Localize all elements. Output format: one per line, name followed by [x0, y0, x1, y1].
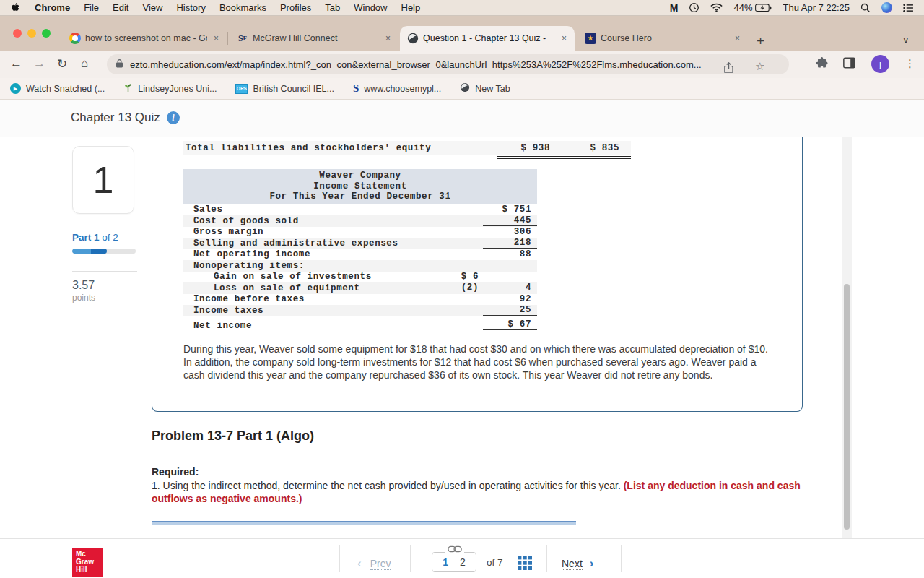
question-number-card[interactable]: 1 — [72, 146, 134, 214]
menu-item-edit[interactable]: Edit — [113, 2, 128, 13]
macos-menu-bar: Chrome File Edit View History Bookmarks … — [0, 0, 924, 16]
extensions-puzzle-icon[interactable] — [816, 57, 828, 72]
new-tab-button[interactable]: + — [757, 33, 764, 49]
problem-title: Problem 13-7 Part 1 (Algo) — [152, 428, 314, 444]
menu-item-history[interactable]: History — [176, 2, 205, 13]
apple-icon[interactable] — [12, 2, 21, 13]
tab-course-hero[interactable]: ★ Course Hero × — [578, 26, 748, 51]
page-selector[interactable]: 1 2 — [432, 552, 476, 572]
close-tab-icon[interactable]: × — [383, 33, 393, 43]
statement-period: For This Year Ended December 31 — [183, 191, 537, 202]
current-page[interactable]: 1 — [443, 556, 448, 568]
tab-google-search[interactable]: how to screenshot on mac - Go × — [62, 26, 227, 51]
income-statement-table: Weaver Company Income Statement For This… — [183, 169, 537, 332]
next-label: Next — [562, 558, 583, 570]
total-row-year1: $ 938 — [484, 143, 550, 153]
mcgraw-hill-logo: Mc Graw Hill — [72, 548, 103, 577]
play-icon: ▶ — [10, 83, 21, 94]
progress-fill — [72, 249, 107, 254]
tab-search-chevron-icon[interactable]: ∨ — [902, 35, 910, 46]
globe-icon — [460, 82, 470, 95]
bookmark-watch-snatched[interactable]: ▶ Watch Snatched (... — [10, 83, 105, 94]
table-row: Income taxes 25 — [183, 305, 537, 316]
share-icon[interactable] — [724, 62, 733, 76]
menu-item-help[interactable]: Help — [401, 2, 421, 13]
close-window-button[interactable] — [13, 29, 22, 38]
wifi-icon[interactable] — [710, 3, 723, 12]
table-row: Selling and administrative expenses 218 — [183, 238, 537, 249]
scrollbar-track[interactable] — [842, 137, 852, 538]
question-map-grid-icon[interactable] — [518, 556, 532, 573]
zoom-window-button[interactable] — [42, 29, 51, 38]
quiz-title-group: Chapter 13 Quiz i — [71, 111, 180, 125]
info-icon[interactable]: i — [167, 111, 180, 124]
points-value: 3.57 — [72, 279, 95, 292]
sprout-icon — [123, 82, 133, 95]
lock-icon[interactable] — [116, 58, 123, 71]
bookmark-label: LindseyJones Uni... — [138, 84, 217, 94]
next-button[interactable]: Next › — [562, 556, 593, 571]
bookmark-choosemyplate[interactable]: S www.choosemypl... — [353, 82, 441, 95]
prev-button[interactable]: ‹ Prev — [357, 556, 391, 571]
tab-title: Question 1 - Chapter 13 Quiz - — [423, 33, 555, 43]
browser-toolbar: ← → ↻ ⌂ ezto.mheducation.com/ext/map/ind… — [0, 51, 924, 78]
tab-mcgraw-hill-connect[interactable]: SF McGraw Hill Connect × — [230, 26, 398, 51]
side-panel-icon[interactable] — [843, 57, 855, 72]
window-controls — [13, 29, 51, 38]
divider — [339, 545, 340, 572]
tab-title: how to screenshot on mac - Go — [85, 33, 207, 43]
table-row: Gross margin 306 — [183, 227, 537, 238]
spotlight-icon[interactable] — [860, 3, 871, 13]
bookmark-star-icon[interactable]: ☆ — [755, 60, 764, 73]
control-center-list-icon[interactable] — [903, 4, 914, 12]
tab-question-quiz-active[interactable]: Question 1 - Chapter 13 Quiz - × — [400, 26, 575, 51]
bookmark-lindseyjones[interactable]: LindseyJones Uni... — [123, 82, 217, 95]
menu-item-profiles[interactable]: Profiles — [280, 2, 311, 13]
battery-indicator[interactable]: 44% — [733, 2, 772, 13]
bookmark-british-council[interactable]: ORS British Council IEL... — [235, 84, 334, 94]
menu-item-window[interactable]: Window — [354, 2, 387, 13]
question-content-box: Total liabilities and stockholders' equi… — [152, 137, 803, 412]
question-number: 1 — [93, 158, 114, 202]
battery-percent: 44% — [733, 2, 752, 13]
scrollbar-thumb[interactable] — [844, 284, 850, 530]
forward-button[interactable]: → — [33, 56, 45, 71]
quiz-main-area: 1 Part 1 of 2 3.57 points Total liabilit… — [0, 137, 924, 538]
malwarebytes-icon[interactable]: M — [670, 2, 679, 14]
profile-avatar[interactable]: j — [871, 55, 889, 73]
siri-icon[interactable] — [881, 2, 892, 13]
page-count: of 7 — [487, 557, 503, 568]
linked-pages-icon — [445, 544, 464, 554]
url-text[interactable]: ezto.mheducation.com/ext/map/index.html?… — [130, 59, 729, 70]
tab-separator — [227, 32, 228, 45]
minimize-window-button[interactable] — [27, 29, 36, 38]
close-tab-icon[interactable]: × — [559, 33, 569, 43]
time-machine-icon[interactable] — [689, 2, 699, 13]
reload-button[interactable]: ↻ — [57, 56, 67, 72]
divider — [621, 545, 622, 572]
bookmarks-bar: ▶ Watch Snatched (... LindseyJones Uni..… — [0, 78, 924, 100]
menu-item-view[interactable]: View — [142, 2, 162, 13]
close-tab-icon[interactable]: × — [733, 33, 742, 43]
menu-item-chrome[interactable]: Chrome — [35, 2, 70, 13]
address-bar[interactable]: ezto.mheducation.com/ext/map/index.html?… — [107, 54, 789, 74]
table-row: Income before taxes 92 — [183, 294, 537, 306]
menu-bar-clock[interactable]: Thu Apr 7 22:25 — [783, 2, 850, 13]
linked-page[interactable]: 2 — [460, 556, 466, 568]
bookmark-label: Watch Snatched (... — [26, 84, 105, 94]
bookmark-label: www.choosemypl... — [364, 84, 441, 94]
bookmark-label: New Tab — [475, 84, 510, 94]
back-button[interactable]: ← — [10, 56, 22, 71]
course-hero-favicon: ★ — [585, 33, 596, 44]
points-label: points — [72, 293, 95, 303]
browser-menu-icon[interactable]: ⋮ — [905, 57, 915, 70]
home-button[interactable]: ⌂ — [81, 56, 88, 71]
income-statement-header: Weaver Company Income Statement For This… — [183, 169, 537, 204]
bookmark-new-tab[interactable]: New Tab — [460, 82, 510, 95]
menu-item-file[interactable]: File — [84, 2, 99, 13]
menu-item-bookmarks[interactable]: Bookmarks — [219, 2, 266, 13]
menu-item-tab[interactable]: Tab — [325, 2, 340, 13]
required-label: Required: — [152, 466, 199, 478]
total-row-year2: $ 835 — [550, 143, 631, 153]
close-tab-icon[interactable]: × — [212, 33, 221, 43]
